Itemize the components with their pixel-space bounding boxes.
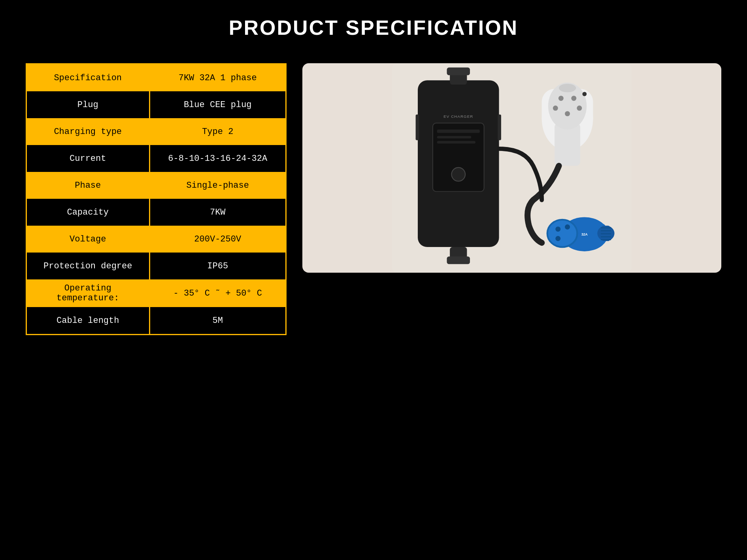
- table-row: PlugBlue CEE plug: [27, 91, 285, 118]
- svg-point-29: [565, 224, 570, 230]
- svg-text:32A: 32A: [581, 232, 588, 236]
- row-value: 5M: [149, 307, 285, 334]
- row-value: Type 2: [149, 118, 285, 145]
- page-wrapper: PRODUCT SPECIFICATION Specification 7KW …: [0, 0, 747, 560]
- table-row: Charging typeType 2: [27, 118, 285, 145]
- svg-rect-7: [437, 130, 480, 133]
- table-row: Capacity7KW: [27, 199, 285, 226]
- table-header-row: Specification 7KW 32A 1 phase: [27, 64, 285, 91]
- row-label: Charging type: [27, 118, 149, 145]
- svg-point-22: [565, 111, 570, 116]
- svg-rect-16: [555, 123, 580, 166]
- svg-rect-3: [447, 68, 470, 75]
- svg-rect-12: [416, 115, 419, 140]
- table-row: Protection degreeIP65: [27, 253, 285, 279]
- spec-table-container: Specification 7KW 32A 1 phase PlugBlue C…: [26, 63, 287, 335]
- svg-point-21: [577, 106, 582, 111]
- row-label: Operating temperature:: [27, 279, 149, 307]
- row-label: Current: [27, 145, 149, 172]
- row-label: Protection degree: [27, 253, 149, 279]
- svg-text:EV CHARGER: EV CHARGER: [443, 114, 473, 119]
- row-label: Cable length: [27, 307, 149, 334]
- svg-point-10: [451, 168, 465, 181]
- svg-point-28: [555, 226, 560, 232]
- spec-table: Specification 7KW 32A 1 phase PlugBlue C…: [27, 64, 285, 334]
- row-value: 200V-250V: [149, 226, 285, 253]
- header-col2: 7KW 32A 1 phase: [149, 64, 285, 91]
- row-value: - 35° C ˜ + 50° C: [149, 279, 285, 307]
- table-row: Cable length5M: [27, 307, 285, 334]
- product-illustration: EV CHARGER: [302, 63, 721, 273]
- header-col1: Specification: [27, 64, 149, 91]
- row-value: 7KW: [149, 199, 285, 226]
- svg-rect-13: [498, 115, 501, 140]
- row-value: IP65: [149, 253, 285, 279]
- svg-rect-5: [447, 256, 470, 264]
- svg-point-24: [559, 84, 576, 92]
- row-value: 6-8-10-13-16-24-32A: [149, 145, 285, 172]
- product-image-container: EV CHARGER: [302, 63, 721, 273]
- content-row: Specification 7KW 32A 1 phase PlugBlue C…: [26, 63, 721, 335]
- svg-point-23: [582, 92, 587, 96]
- page-title: PRODUCT SPECIFICATION: [229, 16, 518, 40]
- svg-point-18: [558, 96, 564, 101]
- table-row: Operating temperature:- 35° C ˜ + 50° C: [27, 279, 285, 307]
- row-label: Phase: [27, 172, 149, 199]
- table-row: PhaseSingle-phase: [27, 172, 285, 199]
- svg-point-30: [555, 236, 560, 241]
- svg-rect-8: [437, 136, 472, 138]
- table-row: Current6-8-10-13-16-24-32A: [27, 145, 285, 172]
- table-row: Voltage200V-250V: [27, 226, 285, 253]
- row-label: Capacity: [27, 199, 149, 226]
- row-label: Plug: [27, 91, 149, 118]
- row-label: Voltage: [27, 226, 149, 253]
- svg-point-20: [553, 106, 558, 111]
- svg-point-19: [571, 96, 576, 101]
- svg-rect-9: [437, 141, 475, 143]
- row-value: Blue CEE plug: [149, 91, 285, 118]
- row-value: Single-phase: [149, 172, 285, 199]
